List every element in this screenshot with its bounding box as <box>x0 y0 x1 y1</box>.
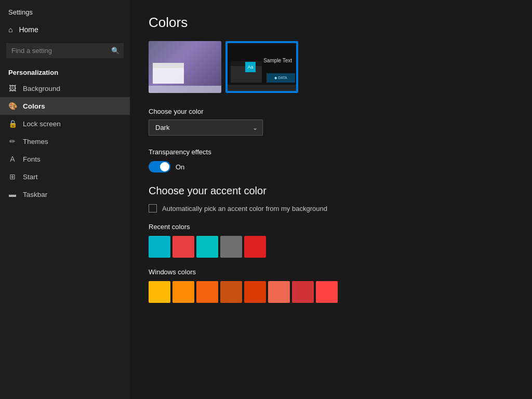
search-input[interactable] <box>6 43 124 58</box>
win-color-5[interactable] <box>244 281 266 303</box>
sidebar-item-label: Themes <box>23 138 48 145</box>
sidebar-item-label: Fonts <box>23 155 41 163</box>
sidebar-item-label: Start <box>23 173 38 181</box>
dropdown-wrap: Dark Light Custom ⌄ <box>149 119 263 136</box>
page-title: Colors <box>149 15 513 31</box>
sidebar-item-lockscreen[interactable]: 🔒 Lock screen <box>0 115 130 132</box>
sidebar-item-fonts[interactable]: A Fonts <box>0 150 130 168</box>
recent-color-2[interactable] <box>172 236 194 258</box>
sidebar-item-label: Taskbar <box>23 191 47 198</box>
recent-color-1[interactable] <box>149 236 170 258</box>
sidebar-section-label: Personalization <box>0 62 130 79</box>
preview-window-dark: Aa <box>231 61 262 83</box>
sidebar-item-home[interactable]: ⌂ Home <box>0 20 130 39</box>
sidebar-item-label: Colors <box>23 102 45 110</box>
search-icon: 🔍 <box>111 47 119 55</box>
theme-preview-dark[interactable]: Sample Text Aa ◆ DATA <box>225 41 298 93</box>
themes-icon: ✏ <box>8 137 17 145</box>
transparency-toggle-row: On <box>149 161 513 172</box>
transparency-label: Transparency effects <box>149 148 513 156</box>
recent-color-5[interactable] <box>244 236 266 258</box>
win-color-7[interactable] <box>292 281 314 303</box>
sidebar-item-background[interactable]: 🖼 Background <box>0 79 130 97</box>
sidebar-item-themes[interactable]: ✏ Themes <box>0 132 130 150</box>
sidebar-item-label: Lock screen <box>23 120 61 128</box>
theme-preview-light[interactable] <box>149 41 221 93</box>
preview-taskbar-light <box>149 86 221 93</box>
preview-accent-tile: Aa <box>245 62 256 72</box>
recent-colors-label: Recent colors <box>149 223 513 231</box>
preview-data-bar: ◆ DATA <box>267 73 295 83</box>
recent-colors-swatches <box>149 236 513 258</box>
sidebar-item-taskbar[interactable]: ▬ Taskbar <box>0 185 130 203</box>
search-box: 🔍 <box>6 43 124 58</box>
sidebar-item-label: Background <box>23 85 60 92</box>
preview-dark-taskbar <box>227 85 297 92</box>
win-color-1[interactable] <box>149 281 170 303</box>
preview-sample-text: Sample Text <box>263 58 292 63</box>
background-icon: 🖼 <box>8 84 17 92</box>
theme-preview-row: Sample Text Aa ◆ DATA <box>149 41 513 93</box>
taskbar-icon: ▬ <box>8 190 17 198</box>
sidebar-item-start[interactable]: ⊞ Start <box>0 168 130 185</box>
start-icon: ⊞ <box>8 172 17 181</box>
lockscreen-icon: 🔒 <box>8 119 17 128</box>
auto-accent-row: Automatically pick an accent color from … <box>149 204 513 212</box>
toggle-knob <box>160 162 169 171</box>
win-color-8[interactable] <box>316 281 338 303</box>
app-title: Settings <box>0 0 130 20</box>
win-color-2[interactable] <box>172 281 194 303</box>
transparency-toggle[interactable] <box>149 161 170 172</box>
windows-colors-swatches <box>149 281 513 303</box>
auto-accent-label: Automatically pick an accent color from … <box>162 205 327 212</box>
accent-title: Choose your accent color <box>149 185 513 197</box>
win-color-4[interactable] <box>220 281 242 303</box>
recent-color-4[interactable] <box>220 236 242 258</box>
preview-window-light <box>153 63 184 84</box>
win-color-6[interactable] <box>268 281 290 303</box>
color-mode-dropdown[interactable]: Dark Light Custom <box>149 119 263 136</box>
sidebar-item-colors[interactable]: 🎨 Colors <box>0 97 130 115</box>
auto-accent-checkbox[interactable] <box>149 204 157 212</box>
sidebar: Settings ⌂ Home 🔍 Personalization 🖼 Back… <box>0 0 130 399</box>
choose-color-label: Choose your color <box>149 108 513 115</box>
fonts-icon: A <box>8 155 17 163</box>
preview-titlebar <box>153 63 184 68</box>
colors-icon: 🎨 <box>8 102 17 110</box>
home-label: Home <box>19 25 38 34</box>
main-content: Colors Sample Text Aa ◆ DATA Choose your… <box>130 0 532 399</box>
windows-colors-label: Windows colors <box>149 268 513 276</box>
win-color-3[interactable] <box>196 281 218 303</box>
home-icon: ⌂ <box>8 25 12 34</box>
toggle-state-label: On <box>176 163 184 171</box>
recent-color-3[interactable] <box>196 236 218 258</box>
